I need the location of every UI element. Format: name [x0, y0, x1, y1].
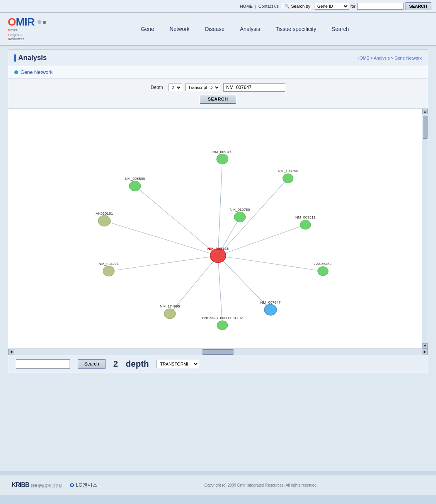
- svg-line-7: [218, 256, 323, 271]
- logo-dot1: [37, 20, 41, 24]
- scroll-h-track: [14, 349, 422, 355]
- svg-point-11: [210, 249, 226, 263]
- svg-text:AK086452: AK086452: [314, 262, 332, 266]
- main-nav: Gene Network Disease Analysis Tissue spe…: [61, 26, 428, 32]
- nav-disease[interactable]: Disease: [205, 26, 225, 32]
- svg-point-29: [164, 309, 175, 319]
- title-accent: [14, 54, 16, 62]
- transcript-input[interactable]: [223, 83, 285, 92]
- depth-word-display: depth: [126, 359, 149, 369]
- svg-point-19: [98, 215, 111, 226]
- svg-line-3: [104, 221, 218, 256]
- contact-link[interactable]: Contact us: [259, 4, 279, 9]
- section-title: Gene Network: [20, 69, 53, 75]
- logo: OMIR Omics Integrated Resources: [8, 16, 46, 42]
- scroll-left-arrow[interactable]: ◀: [8, 349, 14, 355]
- svg-line-1: [218, 178, 288, 256]
- network-search-button[interactable]: SEARCH: [200, 95, 236, 104]
- scroll-right-arrow[interactable]: ▶: [422, 349, 428, 355]
- page-title-bar: Analysis HOME > Analysis > Gene Network: [8, 50, 428, 66]
- bottom-bar: Search 2 depth TRANSFORMI... Option2: [8, 355, 428, 373]
- search-by-badge: 🔍 Search by: [282, 3, 313, 10]
- transform-select[interactable]: TRANSFORMI... Option2: [157, 360, 199, 368]
- svg-point-33: [217, 321, 228, 330]
- nav-search[interactable]: Search: [332, 26, 349, 32]
- scroll-up-arrow[interactable]: ▲: [422, 109, 428, 114]
- network-area: NM_008148 NM_009789 NM_133756 NM_008596 …: [8, 109, 428, 349]
- svg-line-5: [218, 225, 305, 256]
- scroll-h-thumb[interactable]: [203, 349, 233, 355]
- svg-text:NM_174995: NM_174995: [160, 305, 180, 308]
- content-box: Analysis HOME > Analysis > Gene Network …: [8, 50, 428, 373]
- svg-point-25: [103, 266, 114, 276]
- top-search-button[interactable]: SEARCH: [405, 2, 431, 10]
- svg-text:AK030181: AK030181: [95, 212, 113, 215]
- bottom-search-input[interactable]: [16, 359, 70, 369]
- bottom-search-button[interactable]: Search: [78, 359, 106, 369]
- page-title: Analysis: [14, 54, 47, 62]
- top-nav-links: HOME | Contact us: [240, 4, 279, 9]
- svg-text:NM_133756: NM_133756: [278, 169, 298, 173]
- section-dot-icon: [14, 70, 18, 74]
- footer-logos: KRIBB 한국생명공학연구원 ⊙ LG엔시스: [12, 482, 97, 489]
- svg-text:NM_008148: NM_008148: [207, 247, 229, 251]
- svg-line-2: [135, 186, 218, 256]
- kribb-logo-text: KRIBB: [12, 482, 29, 488]
- svg-point-23: [300, 220, 311, 229]
- depth-label: Depth :: [151, 85, 166, 90]
- bottom-scrollbar: ◀ ▶: [8, 349, 428, 355]
- right-scrollbar[interactable]: ▲ ▼: [422, 109, 428, 349]
- lg-icon: ⊙: [70, 482, 74, 488]
- footer-logo-kribb: KRIBB 한국생명공학연구원: [12, 482, 62, 489]
- svg-point-21: [234, 212, 245, 222]
- svg-point-31: [264, 304, 277, 315]
- main-wrapper: Analysis HOME > Analysis > Gene Network …: [0, 46, 436, 471]
- top-bar: HOME | Contact us 🔍 Search by Gene ID Tr…: [0, 0, 436, 13]
- logo-subtitle: Omics Integrated Resources: [8, 28, 46, 42]
- svg-line-6: [109, 256, 218, 271]
- nav-analysis[interactable]: Analysis: [240, 26, 260, 32]
- header: OMIR Omics Integrated Resources Gene Net…: [0, 13, 436, 46]
- svg-text:NM_008596: NM_008596: [125, 177, 145, 181]
- breadcrumb-sep1: >: [370, 56, 374, 60]
- search-controls: Depth : 1 2 3 Transcript ID Gene ID Gene…: [8, 79, 428, 109]
- svg-text:NM_010780: NM_010780: [230, 208, 250, 212]
- depth-number-display: 2: [113, 359, 118, 369]
- section-header: Gene Network: [8, 66, 428, 79]
- nav-tissue-specificity[interactable]: Tissue specificity: [276, 26, 316, 32]
- scroll-down-arrow[interactable]: ▼: [422, 343, 428, 349]
- nav-gene[interactable]: Gene: [141, 26, 154, 32]
- top-search-bar: 🔍 Search by Gene ID Transcript ID Gene N…: [282, 2, 431, 10]
- transcript-type-select[interactable]: Transcript ID Gene ID Gene Name: [185, 84, 220, 91]
- search-icon: 🔍: [284, 4, 290, 9]
- separator: |: [255, 4, 256, 9]
- depth-select[interactable]: 1 2 3: [169, 84, 182, 91]
- search-row: Depth : 1 2 3 Transcript ID Gene ID Gene…: [151, 83, 286, 92]
- scroll-thumb[interactable]: [423, 116, 427, 139]
- network-svg: NM_008148 NM_009789 NM_133756 NM_008596 …: [8, 109, 428, 349]
- kribb-logo-sub: 한국생명공학연구원: [31, 484, 62, 488]
- svg-text:NM_009511: NM_009511: [295, 216, 315, 219]
- svg-text:ENSMUST00000081102: ENSMUST00000081102: [202, 316, 243, 320]
- svg-point-27: [318, 267, 328, 276]
- svg-point-13: [217, 154, 228, 164]
- svg-line-10: [218, 256, 222, 325]
- nav-network[interactable]: Network: [170, 26, 189, 32]
- svg-text:NM_024271: NM_024271: [99, 262, 119, 266]
- breadcrumb-analysis[interactable]: Analysis: [374, 56, 390, 60]
- footer-logo-lg: ⊙ LG엔시스: [70, 482, 97, 489]
- breadcrumb-home[interactable]: HOME: [356, 56, 369, 60]
- svg-text:NM_007647: NM_007647: [261, 301, 281, 304]
- logo-text: OMIR: [8, 16, 34, 28]
- svg-text:NM_009789: NM_009789: [212, 150, 232, 154]
- breadcrumb: HOME > Analysis > Gene Network: [356, 56, 422, 60]
- search-by-select[interactable]: Gene ID Transcript ID Gene Name: [315, 3, 349, 10]
- logo-dots: [37, 20, 46, 24]
- home-link[interactable]: HOME: [240, 4, 253, 9]
- footer-copyright: Copyright (c) 2009 Omir Integrated Resou…: [97, 483, 424, 487]
- search-button-row: SEARCH: [200, 95, 236, 104]
- footer: KRIBB 한국생명공학연구원 ⊙ LG엔시스 Copyright (c) 20…: [0, 475, 436, 495]
- svg-point-17: [129, 181, 140, 191]
- top-search-input[interactable]: [357, 3, 404, 10]
- lg-text: LG엔시스: [76, 482, 97, 489]
